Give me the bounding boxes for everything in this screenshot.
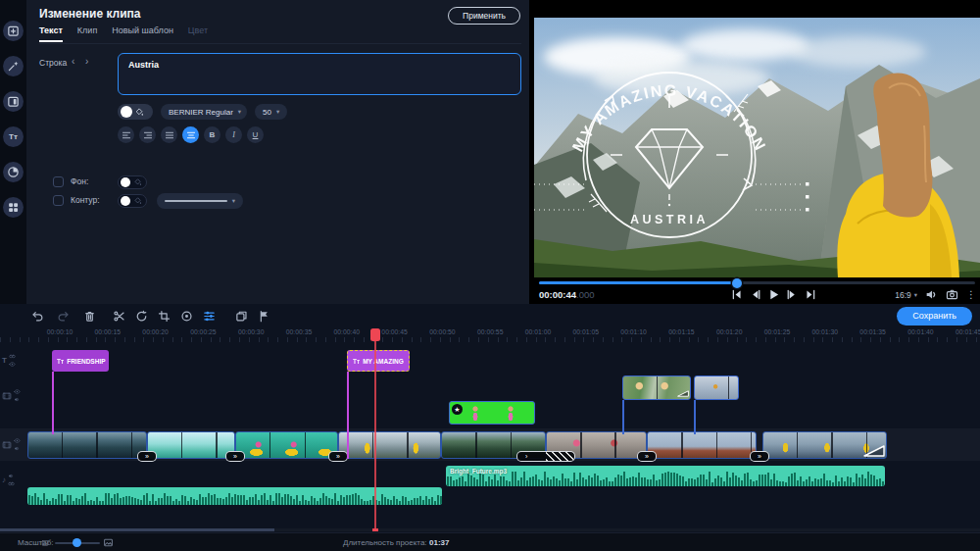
- audio-clip-linked[interactable]: [27, 487, 442, 505]
- video-clip-lake[interactable]: [27, 431, 147, 459]
- aspect-ratio-select[interactable]: 16:9 ▾: [895, 290, 917, 300]
- frame-forward-button[interactable]: [786, 288, 799, 301]
- audio-clip-label: Bright_Future.mp3: [450, 468, 507, 475]
- crop-icon: [158, 310, 171, 323]
- font-family-select[interactable]: BERNIER Regular ▾: [161, 104, 247, 120]
- outline-color-toggle[interactable]: [118, 194, 147, 208]
- sidebar-transitions-button[interactable]: [3, 91, 24, 112]
- titles-track-header[interactable]: T: [2, 353, 16, 368]
- delete-icon: [83, 310, 96, 323]
- audio-track-header[interactable]: ♪: [2, 473, 15, 487]
- ruler-label: 00:01:45: [949, 328, 980, 335]
- bold-button[interactable]: B: [204, 126, 220, 143]
- overlay-track-header[interactable]: [2, 388, 21, 403]
- more-options-icon[interactable]: ⋮: [966, 289, 976, 300]
- track-mute-icon[interactable]: [8, 473, 15, 479]
- toggle-knob: [121, 196, 130, 206]
- align-right-button[interactable]: [139, 126, 156, 143]
- video-clip-coast[interactable]: [147, 431, 235, 459]
- transition-indicator[interactable]: »: [750, 451, 769, 462]
- background-color-toggle[interactable]: [118, 175, 147, 189]
- film-track-icon: [2, 391, 12, 401]
- track-visibility-icon[interactable]: [14, 388, 21, 395]
- delete-button[interactable]: [81, 308, 97, 324]
- align-left-button[interactable]: [118, 126, 134, 143]
- next-line-button[interactable]: ›: [85, 56, 88, 67]
- ruler-label: 00:01:35: [854, 328, 893, 335]
- zoom-in-icon[interactable]: [103, 537, 114, 548]
- track-mute-icon[interactable]: [14, 445, 21, 452]
- transition-indicator[interactable]: »: [137, 451, 157, 462]
- rotate-button[interactable]: [133, 308, 149, 324]
- clip-link-line: [694, 400, 696, 434]
- tab-новый-шаблон[interactable]: Новый шаблон: [112, 25, 173, 42]
- outline-checkbox[interactable]: [53, 195, 64, 206]
- sidebar-speed-button[interactable]: [3, 162, 24, 182]
- font-size-select[interactable]: 50 ▾: [255, 104, 287, 120]
- skip-start-button[interactable]: [730, 288, 743, 301]
- title-clip-my-amazing[interactable]: TтMY AMAZING: [347, 350, 410, 372]
- outline-style-select[interactable]: ▾: [157, 193, 243, 209]
- overlay-clip-hazy[interactable]: [694, 376, 739, 400]
- timeline-playhead-line[interactable]: [374, 341, 376, 528]
- split-button[interactable]: [111, 308, 126, 324]
- track-visibility-icon[interactable]: [9, 361, 16, 368]
- audio-clip-bright-future-mp3[interactable]: Bright_Future.mp3: [446, 466, 885, 486]
- sidebar-titles-button[interactable]: Tт: [3, 126, 24, 147]
- title-text-input[interactable]: Austria: [118, 53, 521, 95]
- video-clip-kayak[interactable]: [235, 431, 338, 459]
- seek-bar-knob[interactable]: [732, 278, 742, 288]
- align-center-button[interactable]: [182, 126, 199, 143]
- video-clip-snow[interactable]: [762, 431, 887, 459]
- clip-properties-button[interactable]: [201, 308, 217, 324]
- zoom-out-icon[interactable]: [41, 539, 49, 547]
- snapshot-icon[interactable]: [946, 288, 958, 301]
- overlay-clip-blonde[interactable]: [622, 376, 691, 400]
- video-clip-desert[interactable]: [647, 431, 757, 459]
- transition-indicator[interactable]: »: [225, 451, 245, 462]
- transition-indicator[interactable]: ›: [516, 451, 575, 462]
- title-clip-friendship[interactable]: TтFRIENDSHIP: [52, 350, 109, 372]
- background-checkbox[interactable]: [53, 176, 64, 187]
- country-text: AUSTRIA: [630, 213, 709, 226]
- prev-line-button[interactable]: ‹: [72, 56, 74, 67]
- link-track-icon[interactable]: [8, 480, 15, 487]
- skip-end-button[interactable]: [805, 288, 817, 301]
- timeline-zoom-knob[interactable]: [73, 538, 81, 547]
- video-clip-alpine[interactable]: [338, 431, 441, 459]
- link-track-icon[interactable]: [9, 353, 16, 360]
- save-button[interactable]: Сохранить: [897, 307, 972, 326]
- crop-button[interactable]: [156, 308, 172, 324]
- copy-button[interactable]: [233, 308, 249, 324]
- timeline-playhead-handle[interactable]: [370, 328, 380, 341]
- text-color-swatch[interactable]: [118, 104, 153, 120]
- sidebar-add-media-button[interactable]: [3, 21, 24, 41]
- tab-цвет[interactable]: Цвет: [188, 25, 208, 42]
- play-button[interactable]: [767, 288, 780, 301]
- tab-текст[interactable]: Текст: [39, 25, 63, 42]
- track-mute-icon[interactable]: [14, 396, 21, 403]
- timeline-scrollbar-thumb[interactable]: [0, 528, 274, 531]
- redo-button[interactable]: [55, 308, 71, 324]
- title-clip-label: FRIENDSHIP: [67, 358, 105, 365]
- color-adjust-button[interactable]: [178, 308, 194, 324]
- frame-back-button[interactable]: [749, 288, 761, 301]
- transition-indicator[interactable]: »: [637, 451, 657, 462]
- video-track-header[interactable]: [2, 437, 21, 452]
- font-family-value: BERNIER Regular: [169, 108, 233, 117]
- apply-button[interactable]: Применить: [448, 7, 520, 25]
- tab-клип[interactable]: Клип: [77, 25, 97, 42]
- undo-button[interactable]: [29, 308, 45, 324]
- sidebar-filters-button[interactable]: [3, 56, 24, 76]
- volume-icon[interactable]: [925, 288, 938, 301]
- transition-indicator[interactable]: »: [328, 451, 348, 462]
- italic-button[interactable]: I: [225, 126, 242, 143]
- chroma-key-clip[interactable]: ★: [449, 401, 535, 425]
- video-preview[interactable]: MY AMAZING VACATION AUSTRIA: [534, 18, 980, 277]
- ruler-label: 00:01:15: [662, 328, 701, 335]
- marker-button[interactable]: [256, 308, 271, 324]
- underline-button[interactable]: U: [247, 126, 264, 143]
- track-visibility-icon[interactable]: [14, 437, 21, 444]
- align-justify-button[interactable]: [161, 126, 177, 143]
- sidebar-more-tools-button[interactable]: [3, 197, 24, 218]
